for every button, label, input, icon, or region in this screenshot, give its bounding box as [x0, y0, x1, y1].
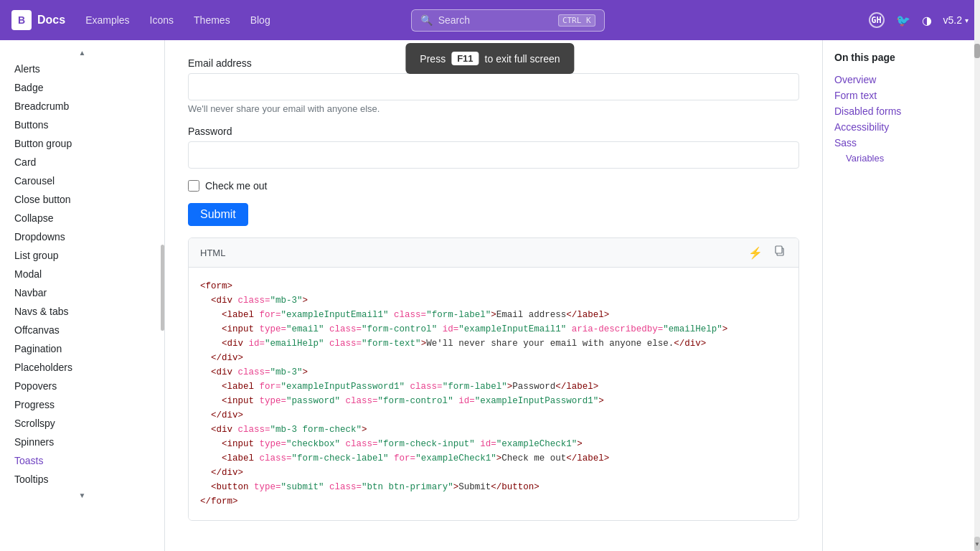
sidebar-scrollbar-thumb	[161, 245, 164, 331]
sidebar-item-modal[interactable]: Modal	[0, 265, 164, 283]
sidebar-item-close-button[interactable]: Close button	[0, 190, 164, 209]
nav-themes[interactable]: Themes	[185, 9, 239, 32]
global-scrollbar-thumb	[974, 44, 980, 58]
search-input-wrap[interactable]: 🔍 Search CTRL K	[411, 9, 605, 32]
search-box: 🔍 Search CTRL K	[411, 9, 605, 32]
sidebar-item-popovers[interactable]: Popovers	[0, 377, 164, 395]
sidebar-item-badge[interactable]: Badge	[0, 78, 164, 97]
sidebar-item-breadcrumb[interactable]: Breadcrumb	[0, 97, 164, 116]
code-lang-label: HTML	[200, 248, 225, 258]
version-label: v5.2	[943, 14, 962, 26]
sidebar-item-dropdowns[interactable]: Dropdowns	[0, 227, 164, 246]
toc-accessibility[interactable]: Accessibility	[834, 119, 969, 135]
search-icon: 🔍	[420, 14, 433, 26]
checkbox-group: Check me out	[188, 180, 799, 192]
main-content: Email address We'll never share your ema…	[165, 40, 822, 551]
exit-label: to exit full screen	[485, 53, 560, 65]
github-icon[interactable]: GH	[869, 12, 885, 28]
global-scrollbar-bottom[interactable]: ▼	[974, 537, 980, 551]
nav-examples[interactable]: Examples	[77, 9, 138, 32]
code-body: <form> <div class="mb-3"> <label for="ex…	[189, 268, 798, 520]
code-block: HTML ⚡ <form> <div class="mb-3"> <label …	[188, 237, 799, 521]
circle-icon[interactable]: ◑	[922, 14, 932, 27]
sidebar-item-placeholders[interactable]: Placeholders	[0, 358, 164, 377]
toc-variables[interactable]: Variables	[834, 151, 969, 166]
fullscreen-tooltip: Press F11 to exit full screen	[405, 43, 574, 74]
f11-key: F11	[451, 52, 479, 65]
press-label: Press	[420, 53, 446, 65]
sidebar-item-alerts[interactable]: Alerts	[0, 60, 164, 78]
sidebar-item-button-group[interactable]: Button group	[0, 134, 164, 153]
toc-sass[interactable]: Sass	[834, 135, 969, 151]
sidebar-item-buttons[interactable]: Buttons	[0, 116, 164, 134]
sidebar: ▲ Alerts Badge Breadcrumb Buttons Button…	[0, 40, 165, 551]
sidebar-item-scrollspy[interactable]: Scrollspy	[0, 414, 164, 433]
sidebar-item-progress[interactable]: Progress	[0, 395, 164, 414]
checkbox-label: Check me out	[205, 180, 267, 192]
email-input[interactable]	[188, 73, 799, 100]
toc-heading: On this page	[834, 52, 969, 63]
search-label: Search	[438, 14, 552, 26]
layout: ▲ Alerts Badge Breadcrumb Buttons Button…	[0, 40, 980, 551]
version-chevron: ▾	[965, 17, 969, 24]
sidebar-scrollbar	[160, 40, 164, 551]
sidebar-item-navbar[interactable]: Navbar	[0, 283, 164, 302]
password-group: Password	[188, 126, 799, 169]
sidebar-item-list-group[interactable]: List group	[0, 246, 164, 265]
toc-overview[interactable]: Overview	[834, 72, 969, 88]
code-actions: ⚡	[747, 244, 787, 261]
sidebar-item-navs-tabs[interactable]: Navs & tabs	[0, 302, 164, 321]
sidebar-scroll-down[interactable]: ▼	[0, 489, 164, 502]
code-header: HTML ⚡	[189, 238, 798, 268]
global-scrollbar: ▼	[974, 0, 980, 551]
sidebar-scroll-up[interactable]: ▲	[0, 46, 164, 60]
toc-form-text[interactable]: Form text	[834, 88, 969, 103]
sidebar-item-pagination[interactable]: Pagination	[0, 339, 164, 358]
password-input[interactable]	[188, 141, 799, 169]
nav-links: Examples Icons Themes Blog	[77, 9, 279, 32]
sidebar-item-offcanvas[interactable]: Offcanvas	[0, 321, 164, 339]
sidebar-item-carousel[interactable]: Carousel	[0, 171, 164, 190]
sidebar-item-tooltips[interactable]: Tooltips	[0, 470, 164, 489]
example-form: Email address We'll never share your ema…	[188, 57, 799, 226]
check-me-out-checkbox[interactable]	[188, 180, 199, 192]
sidebar-item-spinners[interactable]: Spinners	[0, 433, 164, 451]
submit-button[interactable]: Submit	[188, 203, 248, 226]
nav-icons[interactable]: Icons	[141, 9, 182, 32]
sidebar-item-card[interactable]: Card	[0, 153, 164, 171]
brand-icon: B	[11, 10, 32, 30]
sidebar-item-toasts[interactable]: Toasts	[0, 451, 164, 470]
right-sidebar: On this page Overview Form text Disabled…	[822, 40, 980, 551]
password-label: Password	[188, 126, 799, 137]
brand-link[interactable]: B Docs	[11, 10, 65, 30]
email-help-text: We'll never share your email with anyone…	[188, 103, 799, 114]
search-shortcut: CTRL K	[558, 14, 595, 27]
toc-disabled-forms[interactable]: Disabled forms	[834, 103, 969, 119]
version-dropdown[interactable]: v5.2 ▾	[943, 14, 969, 26]
svg-rect-1	[776, 246, 782, 253]
nav-blog[interactable]: Blog	[242, 9, 279, 32]
navbar-icons: GH 🐦 ◑ v5.2 ▾	[869, 12, 969, 28]
sidebar-item-collapse[interactable]: Collapse	[0, 209, 164, 227]
brand-name: Docs	[37, 14, 65, 27]
copy-button[interactable]	[773, 244, 787, 261]
navbar: B Docs Examples Icons Themes Blog 🔍 Sear…	[0, 0, 980, 40]
lightning-button[interactable]: ⚡	[747, 245, 764, 261]
twitter-icon[interactable]: 🐦	[896, 14, 910, 27]
